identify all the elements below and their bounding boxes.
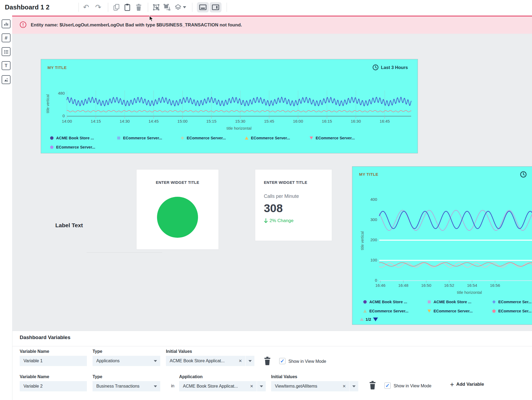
diamond-marker-icon	[180, 136, 184, 140]
x-axis-title: title horizontal	[67, 126, 411, 130]
add-variable-label: Add Variable	[456, 382, 484, 387]
remove-value-icon[interactable]: ✕	[339, 384, 349, 389]
check-icon: ✓	[280, 358, 285, 364]
widget-title: ENTER WIDGET TITLE	[264, 180, 307, 185]
initial-values-label: Initial Values	[271, 374, 297, 379]
initial-values-input[interactable]: ViewItems.getAllItems ✕	[271, 381, 349, 391]
toolbar-divider	[108, 3, 108, 12]
chevron-down-icon	[154, 385, 157, 387]
legend-item[interactable]: ECommerce Server...	[363, 309, 408, 313]
remove-value-icon[interactable]: ✕	[247, 384, 257, 389]
timeseries-widget-2[interactable]: MY TITLE title vertical title horizontal…	[352, 166, 532, 325]
layers-dropdown-caret-icon[interactable]	[182, 3, 187, 11]
variable-name-label: Variable Name	[20, 349, 49, 354]
redo-icon[interactable]: ↷	[94, 3, 102, 11]
paste-icon[interactable]	[123, 3, 131, 11]
y-tick-label: 0	[361, 278, 377, 282]
show-in-view-mode-checkbox[interactable]: ✓	[279, 358, 285, 364]
show-in-view-mode-label: Show in View Mode	[394, 384, 431, 388]
panel-title: Dashboard Variables	[20, 335, 70, 340]
x-tick-label: 16:30	[345, 119, 367, 123]
sidebar-item-image-widget[interactable]	[2, 75, 11, 84]
triangle-up-marker-icon	[245, 136, 248, 140]
toggle-bottom-panel-button[interactable]	[197, 2, 209, 12]
toggle-right-panel-button[interactable]	[210, 2, 221, 12]
label-text-widget[interactable]: Label Text	[55, 222, 83, 229]
in-label: in	[171, 384, 174, 388]
ungroup-icon[interactable]	[163, 3, 171, 11]
y-tick-label: 300	[361, 217, 377, 222]
legend-item[interactable]: ECommerce Server...	[50, 145, 95, 149]
type-dropdown[interactable]: Business Transactions	[93, 381, 160, 391]
application-label: Application	[179, 374, 203, 379]
variable-name-value: Variable 2	[20, 384, 87, 389]
sidebar-item-list-widget[interactable]	[2, 47, 11, 56]
diamond-marker-icon	[492, 300, 496, 304]
page-indicator: 1/2	[366, 317, 371, 322]
x-tick-label: 14:30	[114, 119, 135, 123]
metric-label: Calls per Minute	[264, 194, 299, 199]
triangle-down-marker-icon	[309, 136, 313, 140]
legend-item[interactable]: ECommerce Ser...	[492, 309, 531, 313]
delete-variable-button[interactable]	[369, 381, 376, 391]
variable-name-label: Variable Name	[20, 374, 49, 379]
sidebar-item-chart-widget[interactable]	[2, 19, 11, 28]
type-dropdown[interactable]: Applications	[93, 356, 160, 366]
legend-item[interactable]: ECommerce Server...	[309, 136, 355, 140]
square-marker-icon	[117, 136, 121, 140]
x-tick-label: 16:50	[415, 283, 437, 288]
initial-value-chip: ACME Book Store Applicat...	[166, 358, 235, 363]
type-label: Type	[93, 374, 102, 379]
layers-icon[interactable]	[174, 3, 182, 11]
y-tick-label: 0	[49, 113, 65, 118]
y-tick-label: 400	[361, 197, 377, 202]
add-variable-button[interactable]: + Add Variable	[450, 381, 484, 388]
hash-icon: #	[5, 35, 8, 41]
legend-item[interactable]: ACME Book Store ...	[50, 136, 94, 140]
type-label: Type	[93, 349, 102, 354]
sidebar-item-text-widget[interactable]: T	[2, 61, 11, 70]
legend-label: ECommerce Ser...	[498, 300, 531, 304]
undo-icon[interactable]: ↶	[82, 3, 90, 11]
legend-item[interactable]: ECommerce Server...	[180, 136, 226, 140]
arrow-down-icon	[264, 218, 268, 223]
shape-widget[interactable]: ENTER WIDGET TITLE	[137, 170, 219, 249]
legend-item[interactable]: ECommerce Server...	[427, 309, 473, 313]
legend-item[interactable]: ECommerce Server...	[245, 136, 290, 140]
legend-item[interactable]: ACME Book Store ...	[427, 300, 471, 304]
y-tick-label: 100	[361, 258, 377, 262]
application-dropdown[interactable]	[257, 381, 266, 391]
sidebar-item-metric-widget[interactable]: #	[2, 33, 11, 42]
initial-value-chip: ViewItems.getAllItems	[271, 384, 339, 389]
initial-values-dropdown[interactable]	[245, 356, 254, 366]
page-up-icon[interactable]	[360, 318, 364, 321]
legend-label: ECommerce Server...	[56, 145, 95, 149]
legend-item[interactable]: ECommerce Ser...	[492, 300, 531, 304]
x-tick-label: 15:00	[172, 119, 193, 123]
page-title: Dashboard 1 2	[5, 4, 49, 11]
remove-value-icon[interactable]: ✕	[235, 358, 245, 363]
page-down-icon[interactable]	[373, 318, 378, 321]
application-input[interactable]: ACME Book Store Applicat... ✕	[179, 381, 257, 391]
divider	[12, 346, 532, 346]
variable-name-input[interactable]: Variable 1	[20, 356, 87, 366]
initial-values-dropdown[interactable]	[349, 381, 358, 391]
group-icon[interactable]	[152, 3, 160, 11]
initial-values-input[interactable]: ACME Book Store Applicat... ✕	[166, 356, 245, 366]
metric-widget[interactable]: ENTER WIDGET TITLE Calls per Minute 308 …	[255, 170, 332, 241]
x-tick-label: 15:30	[230, 119, 251, 123]
legend-label: ECommerce Server...	[369, 309, 408, 313]
delete-icon[interactable]	[135, 3, 143, 11]
legend-label: ECommerce Server...	[434, 309, 473, 313]
timeseries-widget-1[interactable]: MY TITLE Last 3 Hours title vertical tit…	[41, 59, 418, 153]
delete-variable-button[interactable]	[264, 357, 271, 366]
variable-name-input[interactable]: Variable 2	[20, 381, 87, 391]
legend-item[interactable]: ACME Book Store ...	[363, 300, 407, 304]
show-in-view-mode-checkbox[interactable]: ✓	[384, 382, 391, 389]
legend-label: ACME Book Store ...	[56, 136, 94, 140]
legend-item[interactable]: ECommerce Server...	[117, 136, 162, 140]
error-message: Entity name: $UserLogOut.memberLogOut Ba…	[31, 22, 242, 28]
x-tick-label: 14:15	[85, 119, 107, 123]
copy-icon[interactable]	[112, 3, 121, 11]
x-tick-label: 14:00	[56, 119, 78, 123]
